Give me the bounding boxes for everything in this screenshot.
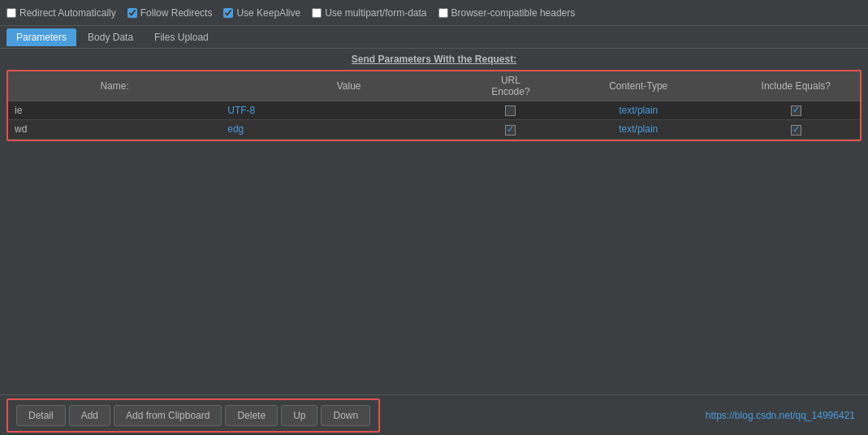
use-keepalive-label: Use KeepAlive: [236, 7, 300, 19]
col-header-include: Include Equals?: [732, 71, 860, 101]
down-button[interactable]: Down: [321, 405, 370, 426]
multipart-form-option[interactable]: Use multipart/form-data: [312, 7, 426, 19]
row-contenttype-0: text/plain: [545, 101, 732, 120]
col-header-value: Value: [221, 71, 477, 101]
follow-redirects-label: Follow Redirects: [140, 7, 213, 19]
row-urlencode-1[interactable]: [477, 120, 545, 139]
use-keepalive-checkbox[interactable]: [223, 8, 233, 18]
browser-headers-label: Browser-compatible headers: [451, 7, 576, 19]
follow-redirects-option[interactable]: Follow Redirects: [127, 7, 213, 19]
include-checkbox-1[interactable]: [791, 125, 801, 136]
multipart-form-label: Use multipart/form-data: [325, 7, 426, 19]
bottom-bar: Detail Add Add from Clipboard Delete Up …: [0, 394, 868, 435]
use-keepalive-option[interactable]: Use KeepAlive: [223, 7, 300, 19]
redirect-auto-label: Redirect Automatically: [19, 7, 116, 19]
redirect-auto-checkbox[interactable]: [6, 8, 16, 18]
table-header-row: Name: Value URL Encode? Content-Type Inc…: [8, 71, 860, 101]
up-button[interactable]: Up: [281, 405, 317, 426]
tab-parameters[interactable]: Parameters: [6, 28, 76, 46]
col-header-urlencode: URL Encode?: [477, 71, 545, 101]
row-include-1[interactable]: [732, 120, 860, 139]
row-value-0: UTF-8: [221, 101, 477, 120]
row-name-0: ie: [8, 101, 221, 120]
urlencode-checkbox-1[interactable]: [505, 125, 516, 136]
status-bar: https://blog.csdn.net/qq_14996421: [380, 410, 862, 421]
main-content: Send Parameters With the Request: Name: …: [0, 49, 868, 435]
top-bar: Redirect Automatically Follow Redirects …: [0, 0, 868, 26]
col-header-contenttype: Content-Type: [545, 71, 732, 101]
detail-button[interactable]: Detail: [16, 405, 66, 426]
tab-files-upload[interactable]: Files Upload: [145, 28, 218, 46]
multipart-form-checkbox[interactable]: [312, 8, 322, 18]
redirect-auto-option[interactable]: Redirect Automatically: [6, 7, 116, 19]
follow-redirects-checkbox[interactable]: [127, 8, 137, 18]
params-table-container: Name: Value URL Encode? Content-Type Inc…: [6, 70, 862, 141]
urlencode-checkbox-0[interactable]: [505, 106, 516, 116]
col-header-name: Name:: [8, 71, 221, 101]
send-params-title: Send Parameters With the Request:: [0, 49, 868, 70]
row-contenttype-1: text/plain: [545, 120, 732, 139]
tabs-bar: Parameters Body Data Files Upload: [0, 26, 868, 49]
row-name-1: wd: [8, 120, 221, 139]
browser-headers-checkbox[interactable]: [438, 8, 448, 18]
row-include-0[interactable]: [732, 101, 860, 120]
status-url: https://blog.csdn.net/qq_14996421: [706, 410, 855, 421]
add-from-clipboard-button[interactable]: Add from Clipboard: [114, 405, 222, 426]
delete-button[interactable]: Delete: [225, 405, 278, 426]
tab-body-data[interactable]: Body Data: [78, 28, 143, 46]
row-value-1: edg: [221, 120, 477, 139]
params-table: Name: Value URL Encode? Content-Type Inc…: [8, 71, 860, 140]
include-checkbox-0[interactable]: [791, 106, 801, 116]
row-urlencode-0[interactable]: [477, 101, 545, 120]
bottom-buttons: Detail Add Add from Clipboard Delete Up …: [6, 398, 380, 433]
browser-headers-option[interactable]: Browser-compatible headers: [438, 7, 576, 19]
table-row[interactable]: ieUTF-8text/plain: [8, 101, 860, 120]
table-row[interactable]: wdedgtext/plain: [8, 120, 860, 139]
add-button[interactable]: Add: [69, 405, 110, 426]
